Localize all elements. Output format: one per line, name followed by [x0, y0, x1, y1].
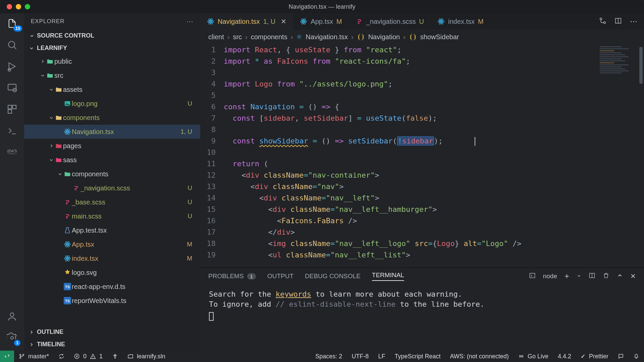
tree-item[interactable]: App.tsxM	[24, 237, 200, 251]
chevron-icon[interactable]	[57, 171, 63, 177]
git-branch[interactable]: master*	[14, 353, 54, 360]
terminal-panel-icon[interactable]	[7, 125, 17, 137]
code-content[interactable]: import React, { useState } from "react";	[224, 44, 401, 56]
code-line[interactable]: 3	[200, 67, 598, 78]
go-live-button[interactable]: Go Live	[514, 353, 553, 360]
code-line[interactable]: 5	[200, 90, 598, 101]
code-content[interactable]: import * as FaIcons from "react-icons/fa…	[224, 56, 410, 67]
code-content[interactable]: return (	[224, 158, 268, 170]
editor-tab[interactable]: _navigation.scssU	[349, 13, 431, 29]
code-line[interactable]: 7 const [sidebar, setSidebar] = useState…	[200, 113, 598, 124]
tree-item[interactable]: public	[24, 54, 200, 68]
code-content[interactable]: <div className="nav__left__hamburger">	[224, 204, 437, 215]
editor-more-icon[interactable]: ⋯	[630, 17, 637, 26]
explorer-icon[interactable]: 15	[7, 18, 17, 30]
encoding-status[interactable]: UTF-8	[347, 353, 373, 360]
terminal-shell-label[interactable]: node	[543, 273, 557, 280]
remote-explorer-icon[interactable]	[7, 82, 17, 95]
chevron-icon[interactable]	[48, 143, 54, 148]
code-line[interactable]: 14 <div className="nav__left">	[200, 192, 598, 204]
tree-item[interactable]: TSreact-app-env.d.ts	[24, 280, 200, 294]
code-content[interactable]: const [sidebar, setSidebar] = useState(f…	[224, 113, 437, 124]
run-debug-icon[interactable]	[7, 61, 17, 73]
code-line[interactable]: 16 <FaIcons.FaBars />	[200, 215, 598, 227]
account-icon[interactable]	[7, 311, 17, 323]
editor-tab[interactable]: index.tsxM	[431, 13, 490, 29]
feedback-icon[interactable]	[613, 353, 629, 359]
terminal-launch-icon[interactable]	[529, 272, 536, 281]
minimap[interactable]	[598, 44, 638, 267]
code-line[interactable]: 19 <ul className="nav__left__list">	[200, 249, 598, 261]
code-line[interactable]: 1import React, { useState } from "react"…	[200, 44, 598, 56]
aws-icon[interactable]: aws	[7, 147, 17, 156]
terminal-output[interactable]: Search for the keywords to learn more ab…	[200, 285, 644, 351]
chevron-icon[interactable]	[40, 59, 46, 64]
tree-item[interactable]: _base.scssU	[24, 195, 200, 209]
solution-file[interactable]: learnify.sln	[123, 353, 170, 360]
breadcrumbs[interactable]: client› src› components› ⚛ Navigation.ts…	[200, 29, 644, 44]
maximize-panel-icon[interactable]	[617, 273, 623, 280]
chevron-icon[interactable]	[48, 157, 54, 163]
explorer-more-icon[interactable]: ⋯	[186, 17, 194, 25]
terminal-tab[interactable]: TERMINAL	[372, 272, 404, 281]
trash-icon[interactable]	[603, 272, 609, 281]
notifications-icon[interactable]	[629, 353, 644, 359]
remote-indicator[interactable]	[0, 351, 14, 362]
code-content[interactable]: <div className="nav-container">	[224, 170, 379, 181]
code-line[interactable]: 15 <div className="nav__left__hamburger"…	[200, 204, 598, 215]
tree-item[interactable]: _navigation.scssU	[24, 181, 200, 195]
chevron-icon[interactable]	[48, 87, 54, 92]
code-line[interactable]: 6const Navigation = () => {	[200, 101, 598, 113]
code-content[interactable]: const showSidebar = () => setSidebar(!si…	[224, 135, 475, 147]
prettier-status[interactable]: ✓Prettier	[576, 353, 613, 360]
code-content[interactable]: <ul className="nav__left__list">	[224, 249, 410, 261]
code-content[interactable]: <img className="nav__left__logo" src={Lo…	[224, 238, 522, 249]
tree-item[interactable]: App.test.tsx	[24, 223, 200, 237]
code-content[interactable]: </div>	[224, 227, 295, 238]
extensions-icon[interactable]	[7, 104, 17, 116]
split-editor-icon[interactable]	[614, 17, 622, 26]
tree-item[interactable]: src	[24, 68, 200, 82]
code-line[interactable]: 9 const showSidebar = () => setSidebar(!…	[200, 135, 598, 147]
editor-tab[interactable]: Navigation.tsx1, U✕	[200, 13, 293, 29]
tree-item[interactable]: index.tsxM	[24, 251, 200, 265]
code-content[interactable]: import Logo from "../assets/logo.png";	[224, 78, 392, 90]
tree-item[interactable]: Navigation.tsx1, U	[24, 125, 200, 139]
settings-gear-icon[interactable]: 1	[7, 333, 17, 345]
search-icon[interactable]	[7, 40, 17, 52]
code-line[interactable]: 18 <img className="nav__left__logo" src=…	[200, 238, 598, 249]
aws-status[interactable]: AWS: (not connected)	[445, 353, 513, 360]
tree-item[interactable]: components	[24, 111, 200, 125]
code-line[interactable]: 12 <div className="nav-container">	[200, 170, 598, 181]
close-panel-icon[interactable]: ✕	[630, 272, 636, 280]
version-status[interactable]: 4.4.2	[553, 353, 576, 360]
code-line[interactable]: 10	[200, 147, 598, 158]
close-tab-icon[interactable]: ✕	[281, 17, 286, 25]
section-source-control[interactable]: SOURCE CONTROL	[24, 29, 200, 42]
tree-item[interactable]: assets	[24, 82, 200, 97]
tree-item[interactable]: sass	[24, 153, 200, 167]
eol-status[interactable]: LF	[373, 353, 390, 360]
new-terminal-icon[interactable]: +	[565, 272, 569, 281]
code-line[interactable]: 13 <div className="nav">	[200, 181, 598, 192]
language-mode[interactable]: TypeScript React	[390, 353, 445, 360]
compare-changes-icon[interactable]	[599, 17, 606, 26]
tree-item[interactable]: components	[24, 167, 200, 181]
code-content[interactable]: <FaIcons.FaBars />	[224, 215, 357, 227]
editor[interactable]: 1import React, { useState } from "react"…	[200, 44, 644, 267]
problems-tab[interactable]: PROBLEMS1	[208, 273, 256, 280]
tree-item[interactable]: pages	[24, 139, 200, 153]
indentation-status[interactable]: Spaces: 2	[311, 353, 347, 360]
split-terminal-icon[interactable]	[589, 272, 595, 281]
problems-status[interactable]: 0 1	[69, 353, 107, 360]
tree-item[interactable]: TSreportWebVitals.ts	[24, 294, 200, 308]
code-content[interactable]: const Navigation = () => {	[224, 101, 339, 113]
code-line[interactable]: 11 return (	[200, 158, 598, 170]
code-content[interactable]: <div className="nav__left">	[224, 192, 379, 204]
vertical-scrollbar[interactable]	[638, 44, 644, 267]
chevron-icon[interactable]	[40, 73, 46, 78]
terminal-dropdown-icon[interactable]	[577, 273, 581, 280]
tree-item[interactable]: logo.svg	[24, 265, 200, 280]
section-project[interactable]: LEARNIFY	[24, 42, 200, 54]
code-content[interactable]: <div className="nav">	[224, 181, 344, 192]
